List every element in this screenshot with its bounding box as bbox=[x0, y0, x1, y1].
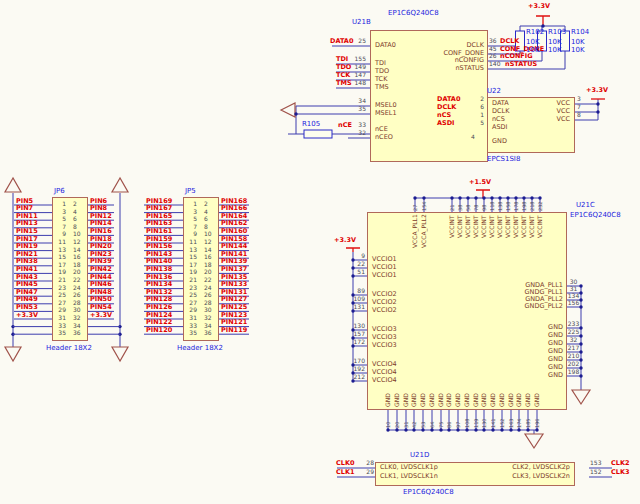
u21c-pin-name: GND bbox=[438, 393, 445, 407]
pin-number: 192 bbox=[342, 366, 365, 373]
pin-number: 14 bbox=[204, 247, 212, 254]
u21b-part: EP1C6Q240C8 bbox=[388, 10, 439, 18]
u21b-pin-name: nCONFIG bbox=[398, 57, 484, 64]
pin-number: 138 bbox=[498, 201, 504, 211]
pin-number: 7 bbox=[577, 104, 581, 111]
pin-number: 98 bbox=[482, 204, 488, 210]
junction-dot bbox=[482, 196, 485, 199]
pin-number: 178 bbox=[514, 201, 520, 211]
u21b-pin-name: TDO bbox=[375, 68, 389, 75]
pin-number: 5 bbox=[462, 120, 484, 127]
pin-number: 170 bbox=[342, 358, 365, 365]
u22-pin-name: DCLK bbox=[492, 108, 509, 115]
u22-designator: U22 bbox=[487, 88, 501, 96]
pin-number: 202 bbox=[567, 361, 580, 368]
pin-number: 172 bbox=[342, 339, 365, 346]
pin-number: 152 bbox=[500, 418, 506, 428]
pin-number: 3 bbox=[577, 96, 581, 103]
u21c-pin-name: VCCA_PLL1 bbox=[412, 215, 419, 249]
jp5-net-label: PIN160 bbox=[221, 228, 247, 235]
u22-pin-name: VCC bbox=[543, 116, 570, 123]
junction-dot bbox=[294, 112, 297, 115]
pin-number: 29 bbox=[184, 307, 197, 314]
pin-number: 12 bbox=[73, 239, 81, 246]
pin-number: 25 bbox=[53, 292, 66, 299]
port-arrow-jp6-top-right bbox=[112, 178, 128, 192]
junction-dot bbox=[506, 196, 509, 199]
u21c-pin-name: GND bbox=[487, 372, 563, 379]
pin-number: 51 bbox=[342, 269, 365, 276]
pin-number: 32 bbox=[340, 130, 366, 137]
pin-number: 29 bbox=[53, 307, 66, 314]
u22-pin-name: GND bbox=[492, 138, 507, 145]
u22-pin-name: nCS bbox=[492, 116, 505, 123]
pin-number: 141 bbox=[491, 418, 497, 428]
pin-number: 35 bbox=[184, 330, 197, 337]
pin-number: 157 bbox=[342, 331, 365, 338]
port-arrow-jp6-top-left bbox=[5, 178, 21, 192]
pin-number: 15 bbox=[184, 254, 197, 261]
u21b-pin-name: MSEL0 bbox=[375, 102, 397, 109]
u21b-pin-name: DCLK bbox=[398, 42, 484, 49]
power-label-1v5: +1.5V bbox=[469, 179, 491, 186]
jp6-net-label: PIN16 bbox=[90, 228, 112, 235]
pin-number: 6 bbox=[462, 104, 484, 111]
u21c-pin-name: VCCIO2 bbox=[372, 307, 397, 314]
u21c-pin-name: GND bbox=[481, 393, 488, 407]
junction-dot bbox=[456, 428, 459, 431]
junction-dot bbox=[596, 102, 599, 105]
net-label: nSTATUS bbox=[505, 61, 537, 68]
pin-number: 8 bbox=[204, 224, 208, 231]
pin-number: 23 bbox=[53, 285, 66, 292]
pin-number: 58 bbox=[466, 204, 472, 210]
junction-dot bbox=[490, 196, 493, 199]
pin-number: 32 bbox=[567, 337, 580, 344]
u21c-pin-name: GND bbox=[516, 393, 523, 407]
pin-number: 163 bbox=[509, 418, 515, 428]
pin-number: 53 bbox=[421, 421, 427, 427]
pin-number: 7 bbox=[53, 224, 66, 231]
port-arrow-jp6-bottom-right bbox=[112, 347, 128, 361]
resistor-value: 10K bbox=[571, 47, 585, 55]
pin-number: 97 bbox=[456, 421, 462, 427]
jp5-designator: JP5 bbox=[185, 188, 196, 196]
pin-number: 19 bbox=[53, 269, 66, 276]
pin-number: 28 bbox=[73, 300, 81, 307]
pin-number: 35 bbox=[340, 106, 366, 113]
pin-number: 36 bbox=[73, 330, 81, 337]
u21c-pin-name: VCCINT bbox=[521, 215, 528, 237]
u21b-pin-name: TMS bbox=[375, 84, 389, 91]
gnd-arrow-u21c-bottom bbox=[525, 434, 543, 448]
junction-dot bbox=[517, 428, 520, 431]
pin-number: 27 bbox=[53, 300, 66, 307]
u21d-pin-name: CLK3, LVDSCLK2n bbox=[470, 473, 570, 480]
pin-number: 233 bbox=[567, 321, 580, 328]
pin-number: 1 bbox=[462, 112, 484, 119]
pin-number: 25 bbox=[184, 292, 197, 299]
pin-number: 27 bbox=[184, 300, 197, 307]
u21c-pin-name: GND bbox=[499, 393, 506, 407]
u21c-pin-name: VCCINT bbox=[513, 215, 520, 237]
u21c-pin-name: VCCIO1 bbox=[372, 256, 397, 263]
u21c-pin-name: VCCIO4 bbox=[372, 361, 397, 368]
pin-number: 12 bbox=[204, 239, 212, 246]
u21c-pin-name: GND bbox=[487, 332, 563, 339]
jp6-net-label: PIN15 bbox=[16, 228, 38, 235]
u22-pin-name: VCC bbox=[543, 100, 570, 107]
pin-number: 30 bbox=[73, 307, 81, 314]
pin-number: 7 bbox=[184, 224, 197, 231]
resistor-value: 10K bbox=[526, 47, 540, 55]
u21c-pin-name: VCCINT bbox=[489, 215, 496, 237]
u21d-designator: U21D bbox=[410, 452, 429, 460]
junction-dot bbox=[514, 196, 517, 199]
pin-number: 154 bbox=[422, 201, 428, 211]
pin-number: 2 bbox=[73, 201, 77, 208]
pin-number: 20 bbox=[395, 421, 401, 427]
pin-number: 158 bbox=[506, 201, 512, 211]
junction-dot bbox=[458, 196, 461, 199]
pin-number: 2 bbox=[204, 201, 208, 208]
junction-dot bbox=[413, 196, 416, 199]
junction-dot bbox=[404, 428, 407, 431]
u21d-pin-name: CLK0, LVDSCLK1p bbox=[380, 464, 438, 471]
pin-number: 212 bbox=[342, 374, 365, 381]
